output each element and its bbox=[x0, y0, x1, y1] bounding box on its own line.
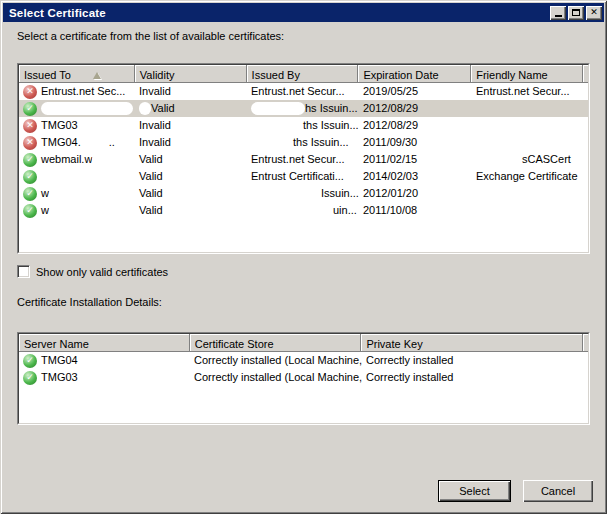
redacted-text bbox=[251, 102, 305, 115]
select-certificate-dialog: Select Certificate ✕ Select a certificat… bbox=[0, 0, 607, 514]
redacted-text bbox=[41, 170, 81, 183]
server-details-list-body: Server NameCertificate StorePrivate Key✓… bbox=[18, 333, 589, 424]
cell-text: Entrust.net Secur... bbox=[476, 83, 570, 100]
certificate-header-expiration-date[interactable]: Expiration Date bbox=[358, 65, 471, 83]
cell: Correctly installed (Local Machine,... bbox=[190, 369, 362, 386]
certificate-row[interactable]: ✓Validhs Issuin...2012/08/29 bbox=[19, 100, 588, 117]
certificate-row[interactable]: ✓wValidIssuin...2012/01/20 bbox=[19, 185, 588, 202]
cell bbox=[472, 202, 584, 219]
cell: Entrust.net Secur... bbox=[247, 151, 359, 168]
show-valid-checkbox[interactable] bbox=[17, 265, 30, 278]
redacted-text bbox=[251, 187, 321, 200]
cell-text: ths Issuin... bbox=[303, 117, 359, 134]
cell: 2019/05/25 bbox=[359, 83, 472, 100]
redacted-text bbox=[49, 204, 77, 217]
redacted-text bbox=[41, 102, 133, 115]
cell: 2012/08/29 bbox=[359, 100, 472, 117]
cell-text: Correctly installed bbox=[366, 352, 453, 369]
cell-text: Issuin... bbox=[321, 185, 359, 202]
cell-text: w bbox=[41, 202, 49, 219]
cell: sCASCert bbox=[472, 151, 584, 168]
cell-text: Valid bbox=[139, 151, 163, 168]
cell-text: 2011/10/08 bbox=[363, 202, 417, 219]
server-header-private-key[interactable]: Private Key bbox=[361, 334, 583, 352]
cell-text: TMG04 bbox=[41, 352, 78, 369]
certificate-row[interactable]: ✓ValidEntrust Certificati...2014/02/03Ex… bbox=[19, 168, 588, 185]
cell: Invalid bbox=[135, 83, 247, 100]
certificate-header-issued-to[interactable]: Issued To bbox=[19, 65, 135, 83]
cell: ✓w bbox=[19, 185, 135, 202]
cell: uin... bbox=[247, 202, 359, 219]
cell-text: Invalid bbox=[139, 134, 171, 151]
maximize-icon bbox=[572, 9, 580, 16]
redacted-text bbox=[49, 187, 85, 200]
certificate-header-validity[interactable]: Validity bbox=[135, 65, 247, 83]
cell-text: 2012/08/29 bbox=[363, 100, 418, 117]
cell-text: TMG04. bbox=[41, 134, 81, 151]
cell-text: Entrust.net Secur... bbox=[251, 151, 345, 168]
cell: 2011/09/30 bbox=[359, 134, 472, 151]
certificate-row[interactable]: ✕TMG03Invalidths Issuin...2012/08/29 bbox=[19, 117, 588, 134]
certificate-list: Issued ToValidityIssued ByExpiration Dat… bbox=[17, 63, 590, 254]
valid-certificate-icon: ✓ bbox=[23, 153, 37, 167]
certificate-header-friendly-name[interactable]: Friendly Name bbox=[471, 65, 583, 83]
certificate-row[interactable]: ✓webmail.wValidEntrust.net Secur...2011/… bbox=[19, 151, 588, 168]
cell-text: Correctly installed (Local Machine,... bbox=[194, 369, 362, 386]
cell: 2011/02/15 bbox=[359, 151, 472, 168]
cell: Valid bbox=[135, 151, 247, 168]
valid-certificate-icon: ✓ bbox=[23, 170, 37, 184]
column-header-label: Server Name bbox=[24, 338, 89, 350]
cell: ✕Entrust.net Sec... bbox=[19, 83, 135, 100]
titlebar[interactable]: Select Certificate ✕ bbox=[3, 3, 604, 22]
certificate-row[interactable]: ✓wValiduin...2011/10/08 bbox=[19, 202, 588, 219]
cell-text: Valid bbox=[151, 100, 175, 117]
cell-text: 2012/01/20 bbox=[363, 185, 418, 202]
redacted-text bbox=[251, 136, 293, 149]
column-header-label: Expiration Date bbox=[363, 69, 438, 81]
invalid-certificate-icon: ✕ bbox=[23, 136, 37, 150]
show-valid-checkbox-label[interactable]: Show only valid certificates bbox=[36, 266, 168, 278]
column-header-label: Issued To bbox=[24, 69, 71, 81]
cell: 2012/01/20 bbox=[359, 185, 472, 202]
server-header-certificate-store[interactable]: Certificate Store bbox=[190, 334, 362, 352]
server-header-server-name[interactable]: Server Name bbox=[19, 334, 190, 352]
cell-text: Valid bbox=[139, 202, 163, 219]
cell bbox=[472, 100, 584, 117]
cell: ✕TMG04... bbox=[19, 134, 135, 151]
redacted-text bbox=[251, 119, 303, 132]
cell-text: sCASCert bbox=[522, 151, 571, 168]
close-button[interactable]: ✕ bbox=[586, 6, 602, 20]
certificate-header-issued-by[interactable]: Issued By bbox=[247, 65, 359, 83]
cell: Valid bbox=[135, 100, 247, 117]
column-header-label: Private Key bbox=[366, 338, 422, 350]
certificate-row[interactable]: ✕Entrust.net Sec...InvalidEntrust.net Se… bbox=[19, 83, 588, 100]
server-row[interactable]: ✓TMG04Correctly installed (Local Machine… bbox=[19, 352, 588, 369]
cell: Entrust Certificati... bbox=[247, 168, 359, 185]
cell-text: Valid bbox=[139, 185, 163, 202]
cancel-button[interactable]: Cancel bbox=[523, 480, 593, 502]
cell-text: Exchange Certificate bbox=[476, 168, 578, 185]
certificate-row[interactable]: ✕TMG04...Invalidths Issuin...2011/09/30 bbox=[19, 134, 588, 151]
maximize-button[interactable] bbox=[568, 6, 584, 20]
cell-text: Entrust.net Sec... bbox=[41, 83, 125, 100]
sort-ascending-icon bbox=[93, 72, 101, 79]
details-section-label: Certificate Installation Details: bbox=[17, 296, 162, 308]
cell: Correctly installed bbox=[362, 352, 584, 369]
minimize-button[interactable] bbox=[550, 6, 566, 20]
server-header-stub bbox=[583, 334, 588, 352]
redacted-text bbox=[92, 153, 104, 166]
server-details-list: Server NameCertificate StorePrivate Key✓… bbox=[17, 332, 590, 425]
select-button[interactable]: Select bbox=[438, 480, 511, 502]
redacted-text bbox=[139, 102, 151, 115]
window-controls: ✕ bbox=[550, 6, 602, 20]
redacted-text bbox=[476, 153, 522, 166]
valid-certificate-icon: ✓ bbox=[23, 371, 37, 385]
cell: Issuin... bbox=[247, 185, 359, 202]
server-row[interactable]: ✓TMG03Correctly installed (Local Machine… bbox=[19, 369, 588, 386]
cell-text: TMG03 bbox=[41, 117, 78, 134]
cell-text: .. bbox=[109, 134, 115, 151]
valid-certificate-icon: ✓ bbox=[23, 187, 37, 201]
cell bbox=[472, 117, 584, 134]
cell: ✓ bbox=[19, 100, 135, 117]
cell: 2012/08/29 bbox=[359, 117, 472, 134]
